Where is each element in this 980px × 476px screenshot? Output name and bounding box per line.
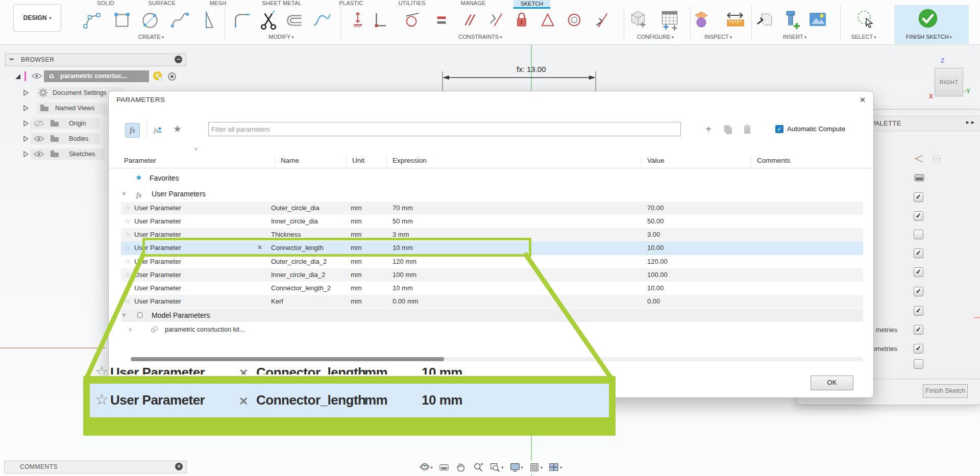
palette-checkbox[interactable] — [914, 230, 923, 239]
constraint-parallel-icon[interactable] — [459, 9, 478, 31]
chevron-down-icon[interactable]: ˅ — [122, 311, 126, 319]
row-favorite-star-icon[interactable]: ☆ — [125, 271, 131, 279]
row-value[interactable]: 50.00 — [647, 217, 664, 225]
collapse-panel-icon[interactable]: ◂◂ — [9, 57, 13, 61]
collapsed-node-icon[interactable] — [23, 105, 29, 111]
ok-button[interactable]: OK — [811, 375, 853, 390]
chevron-right-icon[interactable]: › — [129, 325, 132, 333]
modify-trim-icon[interactable] — [258, 8, 280, 32]
group-label-select[interactable]: SELECT▾ — [851, 34, 876, 40]
parameter-row[interactable]: ☆User ParameterConnector_length_2mm10 mm… — [121, 282, 863, 295]
expand-panel-icon[interactable]: ►► — [965, 119, 975, 125]
model-parameters-filter-icon[interactable]: fx — [154, 124, 167, 136]
row-expression[interactable]: 100 mm — [393, 271, 416, 279]
create-line-icon[interactable] — [81, 8, 104, 32]
row-value[interactable]: 3.00 — [647, 231, 660, 238]
tab-surface[interactable]: SURFACE — [148, 0, 175, 7]
row-value[interactable]: 100.00 — [647, 271, 668, 279]
tab-solid[interactable]: SOLID — [97, 0, 114, 7]
palette-checkbox[interactable]: ✓ — [914, 211, 923, 221]
row-favorite-star-icon[interactable]: ☆ — [125, 284, 131, 292]
column-header-comments[interactable]: Comments — [757, 157, 790, 164]
palette-checkbox[interactable]: ✓ — [914, 192, 923, 202]
visibility-off-icon[interactable] — [34, 120, 44, 127]
scrollbar-thumb[interactable] — [131, 357, 444, 361]
row-expression[interactable]: 120 mm — [393, 258, 416, 265]
zoom-icon[interactable] — [473, 462, 484, 473]
view-cube[interactable]: RIGHT — [935, 68, 963, 96]
row-favorite-star-icon[interactable]: ☆ — [125, 231, 131, 238]
slider-option-icon[interactable] — [913, 172, 925, 184]
parameter-row[interactable]: ☆User ParameterOuter_circle_diamm70 mm70… — [121, 202, 863, 215]
favorites-group-row[interactable]: ★ Favorites — [121, 171, 863, 185]
fit-zoom-icon[interactable]: ▾ — [489, 462, 503, 473]
parameter-row[interactable]: ☆User ParameterOuter_circle_dia_2mm120 m… — [121, 255, 863, 268]
sketch-line-red-left[interactable] — [0, 347, 105, 348]
column-header-parameter[interactable]: Parameter — [124, 157, 156, 164]
modify-fit-curve-icon[interactable] — [311, 8, 333, 32]
column-header-expression[interactable]: Expression — [393, 157, 427, 164]
create-mirror-icon[interactable] — [195, 8, 217, 32]
constraint-fix-icon[interactable] — [592, 9, 610, 31]
group-label-configure[interactable]: CONFIGURE▾ — [637, 34, 674, 40]
row-expression[interactable]: 0.00 mm — [393, 297, 419, 305]
copy-parameter-icon[interactable] — [722, 123, 733, 135]
create-spline-icon[interactable] — [168, 8, 191, 32]
pan-icon[interactable] — [455, 462, 467, 473]
constraint-lock-icon[interactable] — [512, 9, 531, 31]
modify-fillet-icon[interactable] — [231, 8, 253, 32]
row-type[interactable]: User Parameter — [134, 284, 181, 292]
group-label-inspect[interactable]: INSPECT▾ — [704, 34, 732, 40]
row-value[interactable]: 10.00 — [647, 284, 664, 292]
row-expression[interactable]: 50 mm — [393, 217, 413, 225]
constraint-triangle-icon[interactable] — [538, 9, 557, 31]
column-header-name[interactable]: Name — [281, 157, 299, 164]
group-label-create[interactable]: CREATE▾ — [138, 34, 164, 40]
row-favorite-star-icon[interactable]: ☆ — [125, 217, 131, 225]
display-settings-icon[interactable]: ▾ — [509, 462, 523, 473]
row-favorite-star-icon[interactable]: ☆ — [125, 244, 131, 252]
palette-checkbox[interactable]: ✓ — [914, 306, 923, 316]
row-expression[interactable]: 10 mm — [393, 284, 413, 292]
root-component-label[interactable]: parametric consrtuc... — [44, 70, 149, 82]
row-unit[interactable]: mm — [351, 204, 362, 212]
design-workspace-button[interactable]: DESIGN▾ — [13, 4, 61, 32]
row-value[interactable]: 10.00 — [647, 244, 664, 252]
comments-bar[interactable]: COMMENTS + — [4, 461, 187, 473]
collapsed-node-icon[interactable] — [23, 151, 29, 157]
row-type[interactable]: User Parameter — [134, 258, 181, 265]
palette-checkbox[interactable]: ✓ — [914, 248, 923, 258]
row-favorite-star-icon[interactable]: ☆ — [125, 297, 131, 305]
collapsed-node-icon[interactable] — [23, 90, 29, 96]
row-unit[interactable]: mm — [351, 271, 362, 279]
configure-icon[interactable] — [627, 8, 649, 32]
tab-plastic[interactable]: PLASTIC — [339, 0, 363, 7]
parameter-row[interactable]: ☆User ParameterInner_circle_diamm50 mm50… — [121, 215, 863, 228]
chevron-down-icon[interactable]: ˅ — [122, 190, 126, 197]
insert-image-icon[interactable] — [806, 8, 829, 32]
parameter-row[interactable]: ☆User ParameterKerfmm0.00 mm0.00 — [121, 295, 863, 308]
browser-header[interactable]: ◂◂ BROWSER − — [5, 54, 186, 66]
row-value[interactable]: 70.00 — [647, 204, 664, 212]
tab-sketch[interactable]: SKETCH — [513, 0, 550, 9]
group-label-insert[interactable]: INSERT▾ — [783, 34, 807, 40]
profile-toggle-icon[interactable] — [930, 153, 943, 165]
column-header-value[interactable]: Value — [647, 157, 665, 164]
row-favorite-star-icon[interactable]: ☆ — [125, 204, 131, 212]
browser-collapse-icon[interactable]: − — [175, 56, 182, 63]
palette-checkbox[interactable]: ✓ — [914, 287, 923, 296]
row-unit[interactable]: mm — [351, 284, 362, 292]
palette-checkbox[interactable]: ✓ — [914, 267, 923, 277]
row-type[interactable]: User Parameter — [134, 297, 181, 305]
tab-sheet-metal[interactable]: SHEET METAL — [262, 0, 302, 7]
collapsed-node-icon[interactable] — [23, 120, 29, 127]
favorites-filter-icon[interactable]: ★ — [173, 123, 182, 135]
sketch-line-red-right[interactable] — [974, 317, 980, 318]
constraint-symmetry-icon[interactable] — [486, 9, 505, 31]
row-expression[interactable]: 70 mm — [393, 204, 413, 212]
constraint-midpoint-icon[interactable] — [349, 9, 367, 31]
viewports-icon[interactable]: ▾ — [548, 462, 562, 473]
insert-derive-icon[interactable] — [754, 8, 777, 32]
row-name[interactable]: Outer_circle_dia_2 — [271, 258, 327, 265]
tab-mesh[interactable]: MESH — [210, 0, 227, 7]
